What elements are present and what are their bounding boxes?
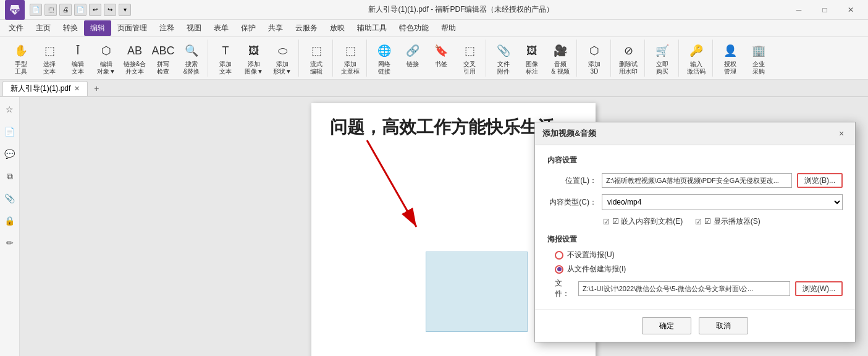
- menu-item-放映[interactable]: 放映: [324, 20, 351, 36]
- cancel-btn[interactable]: 取消: [699, 317, 748, 334]
- menu-item-注释[interactable]: 注释: [153, 20, 180, 36]
- web-link-tool[interactable]: 🌐网络链接: [371, 40, 398, 77]
- cross-ref-tool-icon: ⬚: [461, 42, 478, 59]
- content-type-select[interactable]: video/mp4 audio/mp3: [602, 194, 843, 210]
- spell-check-tool[interactable]: ABC拼写检查: [150, 40, 177, 77]
- auth-manage-tool[interactable]: 👤授权管理: [717, 40, 744, 77]
- menu-item-特色功能[interactable]: 特色功能: [393, 20, 435, 36]
- maximize-btn[interactable]: □: [812, 1, 837, 19]
- tab-pdf[interactable]: 新人引导(1)(1).pdf ✕: [2, 81, 88, 96]
- auth-manage-tool-icon: 👤: [722, 42, 739, 59]
- hand-tool[interactable]: ✋手型工具: [7, 40, 35, 77]
- confirm-btn[interactable]: 确定: [642, 317, 691, 334]
- activate-tool-icon: 🔑: [688, 42, 705, 59]
- no-poster-radio[interactable]: [555, 251, 563, 260]
- select-text-tool[interactable]: ⬚选择文本: [36, 40, 63, 77]
- menu-item-云服务[interactable]: 云服务: [289, 20, 324, 36]
- add-image-tool[interactable]: 🖼添加图像▼: [240, 40, 268, 77]
- remove-watermark-tool-icon: ⊘: [620, 42, 637, 59]
- bookmark-icon[interactable]: ☆: [2, 102, 17, 117]
- link-merge-tool-icon: AB: [126, 42, 143, 59]
- activate-tool[interactable]: 🔑输入激活码: [683, 40, 710, 77]
- checkbox-row: ☑ ☑ 嵌入内容到文档(E) ☑ ☑ 显示播放器(S): [603, 216, 843, 227]
- web-link-tool-icon: 🌐: [376, 42, 393, 59]
- from-file-radio[interactable]: [555, 265, 563, 274]
- layers-icon[interactable]: ⧉: [2, 169, 17, 184]
- bookmark-tool[interactable]: 🔖书签: [428, 40, 455, 72]
- browse-position-btn[interactable]: 浏览(B)...: [797, 173, 843, 188]
- menu-item-文件[interactable]: 文件: [2, 20, 30, 36]
- menu-item-表单[interactable]: 表单: [208, 20, 235, 36]
- menu-item-编辑[interactable]: 编辑: [84, 20, 111, 36]
- redo-btn[interactable]: ↪: [104, 4, 116, 16]
- menu-item-帮助[interactable]: 帮助: [435, 20, 462, 36]
- menu-item-共享[interactable]: 共享: [262, 20, 289, 36]
- more-btn[interactable]: ▾: [119, 4, 131, 16]
- from-file-option[interactable]: 从文件创建海报(I): [555, 264, 843, 274]
- remove-watermark-tool[interactable]: ⊘删除试用水印: [615, 40, 642, 77]
- embed-label: ☑ 嵌入内容到文档(E): [612, 216, 683, 227]
- add-article-tool[interactable]: ⬚添加文章框: [337, 40, 364, 77]
- add-text-tool-icon: T: [217, 42, 234, 59]
- audio-video-tool[interactable]: 🎥音频& 视频: [547, 40, 574, 77]
- quick-btn-4[interactable]: 📄: [74, 4, 86, 16]
- embed-checkbox[interactable]: ☑ ☑ 嵌入内容到文档(E): [603, 216, 683, 227]
- tab-close-icon[interactable]: ✕: [74, 85, 80, 93]
- title-bar: PDF 📄 ⬚ 🖨 📄 ↩ ↪ ▾ 新人引导(1)(1).pdf - 福昕PDF…: [0, 0, 868, 20]
- edit-text-tool[interactable]: Ī编辑文本: [64, 40, 91, 77]
- flow-edit-tool[interactable]: ⬚流式编辑: [303, 40, 330, 77]
- add-3d-tool[interactable]: ⬡添加3D: [581, 40, 608, 77]
- menu-item-视图[interactable]: 视图: [180, 20, 208, 36]
- file-attach-tool[interactable]: 📎文件附件: [490, 40, 517, 77]
- image-annot-tool[interactable]: 🖼图像标注: [518, 40, 546, 77]
- buy-now-tool-icon: 🛒: [654, 42, 671, 59]
- content-type-row: 内容类型(C)： video/mp4 audio/mp3: [547, 194, 843, 210]
- add-shape-tool[interactable]: ⬭添加形状▼: [269, 40, 296, 77]
- sign-icon[interactable]: ✏: [2, 235, 17, 250]
- dialog-body: 内容设置 位置(L)： 浏览(B)... 内容类型(C)： video/mp4 …: [535, 145, 855, 309]
- link-tool[interactable]: 🔗链接: [399, 40, 426, 72]
- undo-btn[interactable]: ↩: [89, 4, 101, 16]
- link-merge-tool[interactable]: AB链接&合并文本: [121, 40, 148, 77]
- page-icon[interactable]: 📄: [2, 124, 17, 139]
- main-area: ☆📄💬⧉📎🔒✏ 问题，高效工作方能快乐生活~: [0, 97, 868, 356]
- enterprise-tool[interactable]: 🏢企业采购: [745, 40, 772, 77]
- cross-ref-tool[interactable]: ⬚交叉引用: [456, 40, 483, 77]
- browse-poster-btn[interactable]: 浏览(W)...: [795, 281, 843, 296]
- new-tab-btn[interactable]: +: [89, 81, 104, 96]
- no-poster-label: 不设置海报(U): [567, 250, 615, 260]
- poster-file-label: 文件：: [555, 278, 573, 299]
- search-replace-tool[interactable]: 🔍搜索&替换: [178, 40, 205, 77]
- edit-object-tool[interactable]: ⬡编辑对象▼: [93, 40, 120, 77]
- embed-check-icon: ☑: [603, 218, 610, 226]
- security-icon[interactable]: 🔒: [2, 213, 17, 228]
- menu-item-页面管理[interactable]: 页面管理: [111, 20, 153, 36]
- show-player-checkbox[interactable]: ☑ ☑ 显示播放器(S): [695, 216, 760, 227]
- position-input[interactable]: [602, 173, 792, 188]
- quick-btn-1[interactable]: 📄: [30, 4, 42, 16]
- quick-btn-3[interactable]: 🖨: [59, 4, 72, 16]
- menu-item-保护[interactable]: 保护: [235, 20, 262, 36]
- enterprise-tool-icon: 🏢: [750, 42, 767, 59]
- menu-item-主页[interactable]: 主页: [30, 20, 57, 36]
- dialog-close-button[interactable]: ×: [835, 127, 848, 140]
- buy-now-tool[interactable]: 🛒立即购买: [649, 40, 676, 77]
- add-text-tool[interactable]: T添加文本: [212, 40, 239, 77]
- comment-icon[interactable]: 💬: [2, 146, 17, 161]
- add-shape-tool-icon: ⬭: [274, 42, 291, 59]
- close-btn[interactable]: ✕: [838, 1, 863, 19]
- attachment-icon[interactable]: 📎: [2, 191, 17, 206]
- link-tool-icon: 🔗: [404, 42, 421, 59]
- search-replace-tool-icon: 🔍: [183, 42, 200, 59]
- edit-object-tool-icon: ⬡: [98, 42, 115, 59]
- window-title: 新人引导(1)(1).pdf - 福昕PDF编辑器（未经授权的产品）: [136, 4, 786, 15]
- menu-item-转换[interactable]: 转换: [57, 20, 84, 36]
- menu-item-辅助工具[interactable]: 辅助工具: [351, 20, 393, 36]
- quick-btn-2[interactable]: ⬚: [44, 4, 57, 16]
- hand-tool-icon: ✋: [12, 42, 30, 59]
- poster-file-input[interactable]: [578, 281, 790, 296]
- no-poster-option[interactable]: 不设置海报(U): [555, 250, 843, 260]
- toolbar: ✋手型工具⬚选择文本Ī编辑文本⬡编辑对象▼AB链接&合并文本ABC拼写检查🔍搜索…: [0, 37, 868, 80]
- app-logo: PDF: [5, 0, 25, 20]
- minimize-btn[interactable]: ─: [786, 1, 811, 19]
